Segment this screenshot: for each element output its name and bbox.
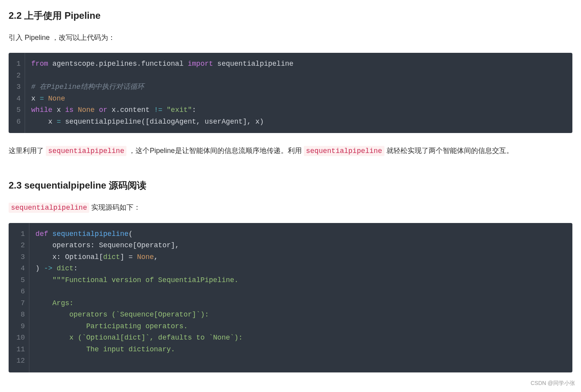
tok-while: while xyxy=(31,106,52,114)
tok-doc7: Args: xyxy=(36,299,74,307)
para-a-mid: ，这个Pipeline是让智能体间的信息流顺序地传递。利用 xyxy=(126,147,303,155)
watermark: CSDN @同学小张 xyxy=(530,378,575,388)
tok-or: or xyxy=(99,106,108,114)
tok-d: x.content xyxy=(107,106,154,114)
tok-dict1: dict xyxy=(103,253,120,261)
tok-dict2: dict xyxy=(57,264,74,272)
tok-is: is xyxy=(65,106,74,114)
tok-b xyxy=(74,106,78,114)
intro-paragraph-22: 引入 Pipeline ，改写以上代码为： xyxy=(9,31,572,44)
tok-ne: != xyxy=(154,106,162,114)
inline-code-seq2: sequentialpipeline xyxy=(304,146,384,156)
tok-def: def xyxy=(36,230,48,238)
tok-l3b: ] = xyxy=(120,253,137,261)
tok-l4a: ) xyxy=(36,264,44,272)
para-b-post: 实现源码如下： xyxy=(89,203,141,211)
tok-var: x xyxy=(31,95,40,102)
tok-paren: ( xyxy=(128,230,133,238)
code2-content: def sequentialpipeline( operators: Seque… xyxy=(29,223,572,372)
inline-code-seq3: sequentialpipeline xyxy=(9,203,89,213)
heading-2-3: 2.3 sequentialpipeline 源码阅读 xyxy=(9,177,572,194)
tok-str: "exit" xyxy=(167,106,192,114)
tok-sp xyxy=(48,230,52,238)
code1-content: from agentscope.pipelines.functional imp… xyxy=(25,53,572,133)
tok-comment: # 在Pipeline结构中执行对话循环 xyxy=(31,83,144,91)
tok-colon: : xyxy=(192,106,196,114)
tok-l2: operators: Sequence[Operator], xyxy=(36,241,179,249)
tok-module: agentscope.pipelines.functional xyxy=(48,60,188,68)
tok-rest: sequentialpipeline([dialogAgent, userAge… xyxy=(61,118,263,126)
tok-none3: None xyxy=(137,253,154,261)
inline-code-seq1: sequentialpipeline xyxy=(46,146,126,156)
tok-eq2: = xyxy=(57,118,61,126)
tok-doc11: The input dictionary. xyxy=(36,345,175,353)
tok-none: None xyxy=(48,95,65,102)
tok-sp xyxy=(44,95,48,102)
heading-2-2: 2.2 上手使用 Pipeline xyxy=(9,7,572,24)
tok-name: sequentialpipeline xyxy=(213,60,293,68)
paragraph-b: sequentialpipeline 实现源码如下： xyxy=(9,201,572,214)
code2-gutter: 1 2 3 4 5 6 7 8 9 10 11 12 xyxy=(9,223,29,372)
code1-gutter: 1 2 3 4 5 6 xyxy=(9,53,25,133)
tok-doc10: x (`Optional[dict]`, defaults to `None`)… xyxy=(36,334,243,342)
tok-doc5: """Functional version of SequentialPipel… xyxy=(36,276,238,284)
tok-l4b xyxy=(52,264,57,272)
code-block-1: 1 2 3 4 5 6 from agentscope.pipelines.fu… xyxy=(9,53,572,133)
tok-c xyxy=(95,106,99,114)
paragraph-a: 这里利用了 sequentialpipeline ，这个Pipeline是让智能… xyxy=(9,144,572,158)
code-block-2: 1 2 3 4 5 6 7 8 9 10 11 12 def sequentia… xyxy=(9,223,572,372)
tok-eq: = xyxy=(40,95,44,102)
tok-arrow: -> xyxy=(44,264,52,272)
tok-doc9: Participating operators. xyxy=(36,322,188,330)
tok-doc8: operators (`Sequence[Operator]`): xyxy=(36,311,209,318)
tok-none2: None xyxy=(78,106,95,114)
tok-a: x xyxy=(52,106,65,114)
tok-from: from xyxy=(31,60,48,68)
tok-import: import xyxy=(188,60,213,68)
tok-l3c: , xyxy=(154,253,158,261)
tok-funcname: sequentialpipeline xyxy=(52,230,128,238)
tok-l3a: x: Optional[ xyxy=(36,253,103,261)
tok-indent: x xyxy=(31,118,57,126)
para-a-post: 就轻松实现了两个智能体间的信息交互。 xyxy=(384,147,513,155)
para-a-pre: 这里利用了 xyxy=(9,147,46,155)
tok-l4colon: : xyxy=(74,264,78,272)
tok-e xyxy=(162,106,167,114)
